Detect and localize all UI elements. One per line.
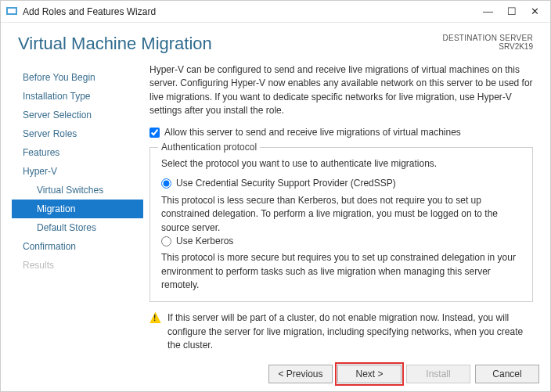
- install-button: Install: [406, 365, 470, 383]
- close-button[interactable]: ✕: [531, 5, 539, 17]
- window-title: Add Roles and Features Wizard: [23, 6, 156, 17]
- page-title: Virtual Machine Migration: [18, 34, 212, 54]
- nav-migration[interactable]: Migration: [12, 200, 143, 218]
- radio-credssp[interactable]: Use Credential Security Support Provider…: [161, 177, 521, 190]
- auth-protocol-legend: Authentication protocol: [158, 141, 260, 154]
- app-icon: [5, 5, 18, 18]
- auth-protocol-instr: Select the protocol you want to use to a…: [161, 157, 521, 171]
- previous-button[interactable]: < Previous: [268, 365, 333, 383]
- cluster-warning: If this server will be part of a cluster…: [149, 311, 533, 352]
- nav-features[interactable]: Features: [12, 143, 143, 162]
- dest-value: SRV2K19: [442, 42, 533, 51]
- allow-migration-checkbox[interactable]: Allow this server to send and receive li…: [149, 126, 533, 139]
- allow-migration-label: Allow this server to send and receive li…: [164, 126, 461, 139]
- page-header: Virtual Machine Migration DESTINATION SE…: [1, 23, 550, 57]
- main-panel: Hyper-V can be configured to send and re…: [143, 63, 539, 354]
- maximize-button[interactable]: ☐: [507, 5, 517, 17]
- radio-credssp-label: Use Credential Security Support Provider…: [176, 177, 396, 190]
- nav-server-selection[interactable]: Server Selection: [12, 106, 143, 124]
- destination-server: DESTINATION SERVER SRV2K19: [442, 34, 533, 51]
- intro-text: Hyper-V can be configured to send and re…: [149, 63, 533, 118]
- auth-protocol-group: Authentication protocol Select the proto…: [149, 147, 533, 303]
- titlebar: Add Roles and Features Wizard — ☐ ✕: [1, 1, 550, 23]
- nav-results: Results: [12, 256, 143, 275]
- wizard-footer: < Previous Next > Install Cancel: [268, 365, 539, 383]
- allow-migration-input[interactable]: [149, 128, 160, 138]
- nav-default-stores[interactable]: Default Stores: [12, 218, 143, 237]
- nav-installation-type[interactable]: Installation Type: [12, 87, 143, 106]
- minimize-button[interactable]: —: [483, 5, 493, 17]
- radio-credssp-input[interactable]: [161, 178, 171, 189]
- cancel-button[interactable]: Cancel: [475, 365, 539, 383]
- warning-icon: [149, 311, 161, 323]
- nav-server-roles[interactable]: Server Roles: [12, 124, 143, 143]
- warning-text: If this server will be part of a cluster…: [167, 311, 533, 352]
- next-button[interactable]: Next >: [337, 365, 402, 383]
- radio-credssp-desc: This protocol is less secure than Kerber…: [161, 195, 498, 233]
- dest-label: DESTINATION SERVER: [442, 34, 533, 42]
- radio-kerberos[interactable]: Use Kerberos: [161, 235, 521, 248]
- nav-confirmation[interactable]: Confirmation: [12, 237, 143, 256]
- nav-before-you-begin[interactable]: Before You Begin: [12, 68, 143, 87]
- nav-virtual-switches[interactable]: Virtual Switches: [12, 181, 143, 200]
- radio-kerberos-desc: This protocol is more secure but require…: [161, 252, 516, 290]
- nav-hyper-v[interactable]: Hyper-V: [12, 162, 143, 181]
- radio-kerberos-input[interactable]: [161, 236, 171, 246]
- wizard-nav: Before You Begin Installation Type Serve…: [12, 63, 143, 354]
- svg-rect-1: [8, 9, 16, 13]
- radio-kerberos-label: Use Kerberos: [176, 235, 233, 248]
